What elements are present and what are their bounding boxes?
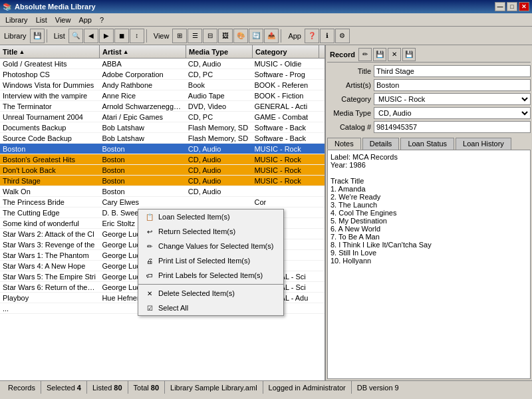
records-section: Records (3, 381, 41, 394)
list-item[interactable]: Boston's Greatest Hits Boston CD, Audio … (0, 154, 325, 165)
col-title[interactable]: Title ▲ (0, 45, 100, 58)
tb-btn9[interactable]: ⊟ (203, 29, 217, 43)
tb-btn7[interactable]: ⊞ (172, 29, 187, 43)
tb-view[interactable]: View (151, 32, 172, 40)
toolbar: Library 💾 List 🔍 ◀ ▶ ◼ ↕ View ⊞ ☰ ⊟ 🖼 🎨 … (0, 27, 532, 45)
tb-btn6[interactable]: ↕ (130, 29, 144, 43)
selected-value: 4 (77, 384, 81, 392)
record-btn-ok[interactable]: 💾 (402, 48, 416, 61)
ctx-item-1[interactable]: ↩Return Selected Item(s) (138, 224, 283, 239)
library-value: Sample Library.aml (195, 384, 257, 392)
tb-list[interactable]: List (51, 32, 68, 40)
list-item[interactable]: Documents Backup Bob Latshaw Flash Memor… (0, 122, 325, 133)
tb-library[interactable]: Library (1, 32, 29, 40)
tab-notes[interactable]: Notes (327, 138, 361, 150)
tb-btn11[interactable]: 🎨 (233, 29, 248, 43)
ctx-label-3: Print List of Selected Item(s) (158, 257, 250, 265)
app-icon: 📚 (3, 3, 12, 11)
tb-btn2[interactable]: 🔍 (68, 29, 83, 43)
catalog-field[interactable] (374, 121, 531, 133)
tb-btn5[interactable]: ◼ (114, 29, 129, 43)
selected-label: Selected (47, 384, 75, 392)
tb-app[interactable]: App (285, 32, 304, 40)
tb-btn13[interactable]: 📤 (264, 29, 279, 43)
catalog-label: Catalog # (327, 123, 374, 131)
minimize-button[interactable]: — (495, 2, 505, 11)
context-menu: 📋Loan Selected Item(s)↩Return Selected I… (138, 209, 284, 316)
ctx-label-0: Loan Selected Item(s) (158, 213, 230, 221)
tb-btn14[interactable]: ❓ (305, 29, 319, 43)
list-header: Title ▲ Artist ▲ Media Type Category (0, 45, 325, 59)
ctx-icon-4: 🏷 (144, 270, 156, 281)
ctx-label-1: Return Selected Item(s) (158, 227, 235, 235)
list-item[interactable]: The Terminator Arnold Schwarzenegger / L… (0, 101, 325, 112)
dbversion-value: 9 (395, 384, 399, 392)
category-select[interactable]: MUSIC - Rock (374, 93, 531, 105)
category-row: Category MUSIC - Rock (327, 93, 531, 105)
ctx-item-2[interactable]: ✏Change Values for Selected Item(s) (138, 239, 283, 253)
list-item[interactable]: Boston Boston CD, Audio MUSIC - Rock (0, 144, 325, 154)
col-artist[interactable]: Artist ▲ (100, 45, 186, 58)
title-row: Title (327, 65, 531, 77)
list-item[interactable]: Windows Vista for Dummies Andy Rathbone … (0, 80, 325, 90)
ctx-item-5[interactable]: ✕Delete Selected Item(s) (138, 286, 283, 301)
right-panel: Record ✏ 💾 ✕ 💾 Title Artist(s) Category … (326, 45, 532, 380)
record-btn-cancel[interactable]: ✕ (388, 48, 401, 61)
tab-loanhistory[interactable]: Loan History (456, 138, 511, 150)
selected-section: Selected 4 (41, 381, 87, 394)
menu-view[interactable]: View (51, 15, 75, 25)
loggedin-section: Logged in Administrator (263, 381, 352, 394)
col-category[interactable]: Category (253, 45, 319, 58)
ctx-label-4: Print Labels for Selected Item(s) (158, 271, 263, 279)
listed-section: Listed 80 (87, 381, 128, 394)
list-item[interactable]: The Princess Bride Cary Elwes Cor (0, 197, 325, 207)
tab-loanstatus[interactable]: Loan Status (400, 138, 454, 150)
ctx-item-3[interactable]: 🖨Print List of Selected Item(s) (138, 253, 283, 268)
tab-details[interactable]: Details (362, 138, 400, 150)
ctx-item-0[interactable]: 📋Loan Selected Item(s) (138, 209, 283, 224)
tb-btn4[interactable]: ▶ (99, 29, 114, 43)
tb-btn15[interactable]: ℹ (320, 29, 334, 43)
col-media[interactable]: Media Type (186, 45, 253, 58)
list-item[interactable]: Unreal Tournament 2004 Atari / Epic Game… (0, 112, 325, 122)
record-btn-save[interactable]: 💾 (373, 48, 386, 61)
maximize-button[interactable]: □ (507, 2, 517, 11)
menu-help[interactable]: ? (96, 15, 108, 25)
menu-library[interactable]: Library (1, 15, 32, 25)
titlebar: 📚 Absolute Media Library — □ ✕ (0, 0, 532, 13)
record-btn-edit[interactable]: ✏ (358, 48, 372, 61)
dbversion-label: DB version (357, 384, 393, 392)
title-field[interactable] (374, 65, 531, 77)
list-item[interactable]: Photoshop CS Adobe Corporation CD, PC So… (0, 69, 325, 80)
ctx-item-6[interactable]: ☑Select All (138, 301, 283, 315)
statusbar: Records Selected 4 Listed 80 Total 80 Li… (0, 380, 532, 394)
media-select[interactable]: CD, Audio (374, 107, 531, 119)
artist-field[interactable] (374, 79, 531, 91)
list-item[interactable]: Source Code Backup Bob Latshaw Flash Mem… (0, 133, 325, 144)
list-item[interactable]: Don't Look Back Boston CD, Audio MUSIC -… (0, 165, 325, 176)
tb-btn16[interactable]: ⚙ (335, 29, 350, 43)
list-item[interactable]: Third Stage Boston CD, Audio MUSIC - Roc… (0, 176, 325, 186)
ctx-label-6: Select All (158, 304, 188, 312)
close-button[interactable]: ✕ (519, 2, 529, 11)
list-item[interactable]: Interview with the vampire Anne Rice Aud… (0, 90, 325, 101)
total-label: Total (134, 384, 149, 392)
tb-btn1[interactable]: 💾 (30, 29, 45, 43)
tb-btn3[interactable]: ◀ (84, 29, 98, 43)
ctx-separator (138, 284, 283, 285)
listed-value: 80 (114, 384, 122, 392)
tb-btn8[interactable]: ☰ (188, 29, 202, 43)
menu-list[interactable]: List (32, 15, 51, 25)
tb-btn12[interactable]: 🔄 (249, 29, 263, 43)
list-item[interactable]: Gold / Greatest Hits ABBA CD, Audio MUSI… (0, 59, 325, 69)
tb-btn10[interactable]: 🖼 (218, 29, 233, 43)
list-item[interactable]: Walk On Boston CD, Audio (0, 186, 325, 197)
artist-label: Artist(s) (327, 81, 374, 89)
menu-app[interactable]: App (74, 15, 96, 25)
ctx-icon-5: ✕ (144, 288, 156, 299)
ctx-icon-0: 📋 (144, 211, 156, 222)
ctx-label-5: Delete Selected Item(s) (158, 289, 235, 297)
ctx-item-4[interactable]: 🏷Print Labels for Selected Item(s) (138, 268, 283, 283)
tab-content: Label: MCA Records Year: 1986 Track Titl… (327, 150, 531, 379)
records-label: Records (8, 384, 35, 392)
